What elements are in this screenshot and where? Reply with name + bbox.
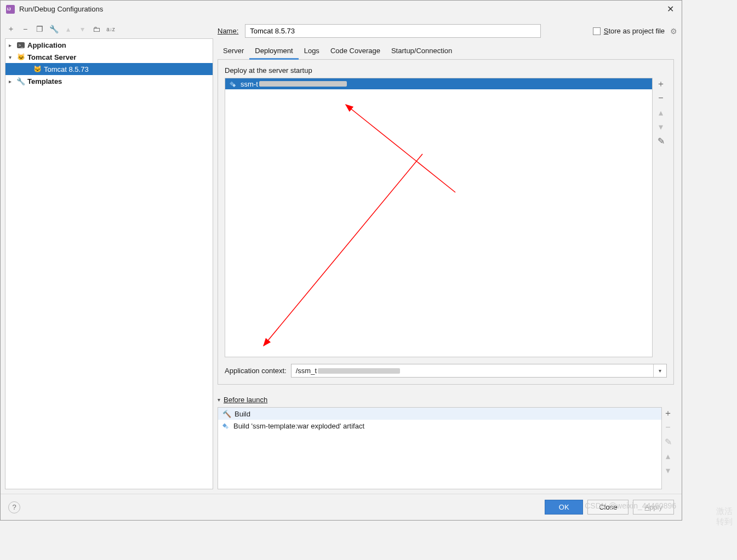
hammer-icon: 🔨 xyxy=(222,410,231,418)
launch-toolbar: ＋ − ✎ ▴ ▾ xyxy=(662,407,674,489)
app-icon xyxy=(6,5,15,14)
launch-edit-button[interactable]: ✎ xyxy=(663,437,673,447)
tab-server[interactable]: Server xyxy=(218,43,249,59)
deployment-panel: Deploy at the server startup ssm-t ＋ − ▴… xyxy=(218,60,674,385)
left-panel: ＋ − ❐ 🔧 ▴ ▾ 🗀 a↓z ▸>_Application▾🐱Tomcat… xyxy=(5,22,213,489)
tab-bar: ServerDeploymentLogsCode CoverageStartup… xyxy=(218,43,674,60)
launch-item[interactable]: Build 'ssm-template:war exploded' artifa… xyxy=(218,420,661,432)
deploy-toolbar: ＋ − ▴ ▾ ✎ xyxy=(655,78,667,357)
store-checkbox[interactable] xyxy=(593,27,601,35)
tree-node-tomcat-8-5-73[interactable]: 🐱Tomcat 8.5.73 xyxy=(5,63,213,75)
add-button[interactable]: ＋ xyxy=(6,24,16,34)
context-dropdown-button[interactable]: ▾ xyxy=(653,364,666,377)
right-panel: Name: Store as project file ⚙ ServerDepl… xyxy=(218,22,677,489)
deploy-item[interactable]: ssm-t xyxy=(225,78,652,89)
ok-button[interactable]: OK xyxy=(545,500,583,515)
titlebar: Run/Debug Configurations ✕ xyxy=(1,1,682,18)
wrench-icon[interactable]: 🔧 xyxy=(49,24,59,34)
gear-icon[interactable]: ⚙ xyxy=(670,27,677,36)
launch-remove-button[interactable]: − xyxy=(663,422,673,432)
launch-down-button[interactable]: ▾ xyxy=(663,465,673,475)
before-launch-section: ▾ Before launch 🔨BuildBuild 'ssm-templat… xyxy=(218,395,674,489)
deploy-remove-button[interactable]: − xyxy=(656,93,666,103)
context-input[interactable]: /ssm_t xyxy=(292,364,653,377)
deploy-list[interactable]: ssm-t xyxy=(225,78,653,357)
sort-button[interactable]: a↓z xyxy=(106,24,116,34)
tab-code-coverage[interactable]: Code Coverage xyxy=(325,43,386,59)
help-button[interactable]: ? xyxy=(8,501,20,513)
tree-node-templates[interactable]: ▸🔧Templates xyxy=(5,75,213,87)
folder-button[interactable]: 🗀 xyxy=(92,24,101,34)
store-label: Store as project file xyxy=(604,27,665,35)
remove-button[interactable]: − xyxy=(20,24,30,34)
name-input[interactable] xyxy=(245,24,541,38)
deploy-down-button[interactable]: ▾ xyxy=(656,122,666,132)
close-icon[interactable]: ✕ xyxy=(665,4,676,14)
cancel-button[interactable]: Close xyxy=(587,500,629,515)
tab-deployment[interactable]: Deployment xyxy=(249,43,298,60)
tab-logs[interactable]: Logs xyxy=(299,43,325,59)
move-down-button[interactable]: ▾ xyxy=(77,24,87,34)
dialog-window: Run/Debug Configurations ✕ ＋ − ❐ 🔧 ▴ ▾ 🗀… xyxy=(0,0,682,521)
chevron-down-icon[interactable]: ▾ xyxy=(218,397,220,403)
before-launch-title: Before launch xyxy=(224,396,267,404)
watermark2: 激活转到 xyxy=(716,506,733,527)
deploy-header: Deploy at the server startup xyxy=(225,66,667,75)
deploy-add-button[interactable]: ＋ xyxy=(656,79,666,89)
window-title: Run/Debug Configurations xyxy=(19,5,103,13)
tree-node-tomcat-server[interactable]: ▾🐱Tomcat Server xyxy=(5,51,213,63)
before-launch-list[interactable]: 🔨BuildBuild 'ssm-template:war exploded' … xyxy=(218,407,662,489)
launch-item[interactable]: 🔨Build xyxy=(218,408,661,420)
launch-up-button[interactable]: ▴ xyxy=(663,451,673,461)
context-label: Application context: xyxy=(225,367,287,375)
tree-node-application[interactable]: ▸>_Application xyxy=(5,39,213,51)
apply-button[interactable]: Apply xyxy=(633,500,674,515)
config-toolbar: ＋ − ❐ 🔧 ▴ ▾ 🗀 a↓z xyxy=(5,22,213,38)
deploy-edit-button[interactable]: ✎ xyxy=(656,136,666,146)
deploy-up-button[interactable]: ▴ xyxy=(656,107,666,117)
launch-add-button[interactable]: ＋ xyxy=(663,408,673,418)
tab-startup-connection[interactable]: Startup/Connection xyxy=(386,43,458,59)
config-tree[interactable]: ▸>_Application▾🐱Tomcat Server🐱Tomcat 8.5… xyxy=(5,38,213,489)
dialog-footer: ? OK Close Apply xyxy=(1,494,682,520)
artifact-icon xyxy=(230,80,237,88)
move-up-button[interactable]: ▴ xyxy=(63,24,73,34)
name-label: Name: xyxy=(218,27,238,35)
copy-button[interactable]: ❐ xyxy=(35,24,44,34)
context-input-wrap[interactable]: /ssm_t ▾ xyxy=(291,364,667,378)
artifact-icon xyxy=(222,422,230,430)
